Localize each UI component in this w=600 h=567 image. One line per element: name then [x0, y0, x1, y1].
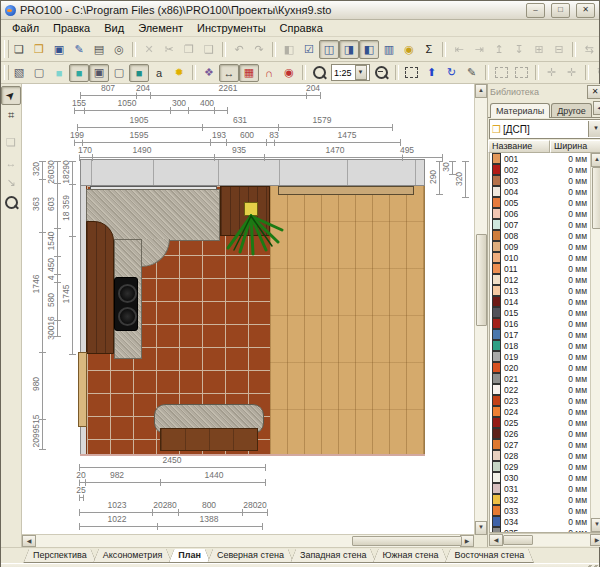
material-row[interactable]: 0120 мм	[490, 274, 590, 285]
show-materials-button[interactable]: ❖	[199, 64, 219, 82]
panel-properties-button[interactable]: ▥	[379, 40, 399, 59]
zoom-out-lens-button[interactable]	[372, 64, 392, 82]
align-bottom-button[interactable]: ↧	[509, 40, 529, 59]
panel-structure-button[interactable]: ◧	[359, 40, 379, 59]
sum-button[interactable]: Σ	[419, 40, 439, 59]
select-area-button[interactable]	[402, 64, 422, 82]
material-row[interactable]: 0300 мм	[490, 472, 590, 483]
edit-shape-button[interactable]: ✎	[462, 64, 482, 82]
tab-perspective[interactable]: Перспектива	[23, 548, 97, 563]
chevron-down-icon[interactable]: ▼	[355, 65, 367, 80]
canvas-vscrollbar[interactable]: ▲ ▼	[474, 84, 487, 535]
material-row[interactable]: 0130 мм	[490, 285, 590, 296]
print-button[interactable]: ▤	[89, 40, 109, 59]
canvas-hscrollbar[interactable]: ◀ ▶	[22, 534, 474, 547]
selection-rect-button[interactable]	[492, 64, 512, 82]
column-name[interactable]: Название	[488, 140, 550, 153]
show-grid-button[interactable]: ▦	[239, 64, 259, 82]
delete-button[interactable]: ✕	[139, 40, 159, 59]
scroll-up-icon[interactable]: ▲	[475, 84, 487, 98]
scroll-left-icon[interactable]: ◀	[22, 535, 36, 547]
material-row[interactable]: 0180 мм	[490, 340, 590, 351]
material-row[interactable]: 0060 мм	[490, 208, 590, 219]
column-width[interactable]: Ширина	[550, 140, 600, 153]
material-hscroll-thumb[interactable]	[503, 535, 533, 545]
maximize-button[interactable]: □	[551, 3, 570, 18]
material-row[interactable]: 0330 мм	[490, 505, 590, 516]
panel-library-button[interactable]: ◫	[319, 40, 339, 59]
tab-scroll-left-icon[interactable]: ◂	[593, 101, 600, 115]
material-vscroll-thumb[interactable]	[592, 167, 600, 229]
material-row[interactable]: 0050 мм	[490, 197, 590, 208]
view-light-button[interactable]: ✹	[169, 64, 189, 82]
view-hidden-button[interactable]: ▢	[29, 64, 49, 82]
group-button[interactable]: ⊞	[529, 40, 549, 59]
view-contours-button[interactable]: ▣	[89, 64, 109, 82]
view-textures-button[interactable]: ■	[69, 64, 89, 82]
vscroll-thumb[interactable]	[476, 234, 487, 326]
view-sketch-button[interactable]: ▢	[109, 64, 129, 82]
tab-south-wall[interactable]: Южная стена	[372, 548, 448, 563]
material-row[interactable]: 0010 мм	[490, 153, 590, 164]
center-vertical-button[interactable]: ✛	[562, 64, 582, 82]
material-vscrollbar[interactable]: ▲ ▼	[590, 153, 600, 532]
chevron-down-icon[interactable]: ▼	[588, 121, 600, 137]
material-row[interactable]: 0070 мм	[490, 219, 590, 230]
report-button[interactable]: ✎	[69, 40, 89, 59]
material-row[interactable]: 0030 мм	[490, 175, 590, 186]
material-row[interactable]: 0040 мм	[490, 186, 590, 197]
open-file-button[interactable]: ❒	[29, 40, 49, 59]
material-category-select[interactable]: ❒ [ДСП] ▼	[489, 119, 600, 139]
material-hscrollbar[interactable]: ◀ ▶	[489, 533, 600, 546]
material-row[interactable]: 0020 мм	[490, 164, 590, 175]
dimension-tool-button[interactable]: ↔	[1, 153, 21, 172]
material-row[interactable]: 0090 мм	[490, 241, 590, 252]
selection-rect2-button[interactable]	[512, 64, 532, 82]
panel-pricelist-button[interactable]: ◉	[399, 40, 419, 59]
material-row[interactable]: 0080 мм	[490, 230, 590, 241]
print-preview-button[interactable]: ◎	[109, 40, 129, 59]
raise-element-button[interactable]: ⬆	[422, 64, 442, 82]
material-row[interactable]: 0230 мм	[490, 395, 590, 406]
options-button[interactable]: ☑	[299, 40, 319, 59]
snap-magnet-button[interactable]: ∩	[259, 64, 279, 82]
ungroup-button[interactable]: ⊟	[549, 40, 569, 59]
new-element-tool-button[interactable]: ❏	[1, 133, 21, 152]
paste-button[interactable]: ❑	[199, 40, 219, 59]
material-row[interactable]: 0110 мм	[490, 263, 590, 274]
material-row[interactable]: 0150 мм	[490, 307, 590, 318]
hscroll-thumb[interactable]	[352, 536, 462, 546]
tab-plan[interactable]: План	[168, 548, 211, 563]
tab-other[interactable]: Другое	[551, 103, 592, 117]
material-row[interactable]: 0260 мм	[490, 428, 590, 439]
material-row[interactable]: 0350 мм	[490, 527, 590, 532]
view-solid-button[interactable]: ■	[129, 64, 149, 82]
select-tool-button[interactable]: ➤	[1, 86, 21, 105]
panel-preview-button[interactable]: ◨	[339, 40, 359, 59]
new-file-button[interactable]: ❏	[9, 40, 29, 59]
scroll-left-icon[interactable]: ◀	[489, 534, 503, 546]
rotate-element-button[interactable]: ↻	[592, 64, 600, 82]
material-row[interactable]: 0250 мм	[490, 417, 590, 428]
undo-button[interactable]: ↶	[229, 40, 249, 59]
align-right-button[interactable]: ⇥	[469, 40, 489, 59]
scroll-up-icon[interactable]: ▲	[591, 153, 600, 167]
zoom-tool-button[interactable]	[1, 193, 21, 212]
material-row[interactable]: 0140 мм	[490, 296, 590, 307]
material-row[interactable]: 0200 мм	[490, 362, 590, 373]
zoom-select[interactable]: 1:25▼	[331, 64, 370, 81]
menu-tools[interactable]: Инструменты	[190, 21, 273, 35]
cut-button[interactable]: ✂	[159, 40, 179, 59]
minimize-button[interactable]: –	[526, 3, 545, 18]
tab-east-wall[interactable]: Восточная стена	[444, 548, 534, 563]
insert-grid-button[interactable]: ⌗	[1, 106, 21, 125]
menu-edit[interactable]: Правка	[46, 21, 97, 35]
material-row[interactable]: 0190 мм	[490, 351, 590, 362]
plan-canvas[interactable]: 8072042261204155105030040019056311579199…	[22, 84, 474, 534]
view-color-button[interactable]: ■	[49, 64, 69, 82]
menu-view[interactable]: Вид	[97, 21, 131, 35]
material-row[interactable]: 0220 мм	[490, 384, 590, 395]
scroll-right-icon[interactable]: ▶	[460, 535, 474, 547]
copy-button[interactable]: ❐	[179, 40, 199, 59]
view-labels-button[interactable]: a	[149, 64, 169, 82]
